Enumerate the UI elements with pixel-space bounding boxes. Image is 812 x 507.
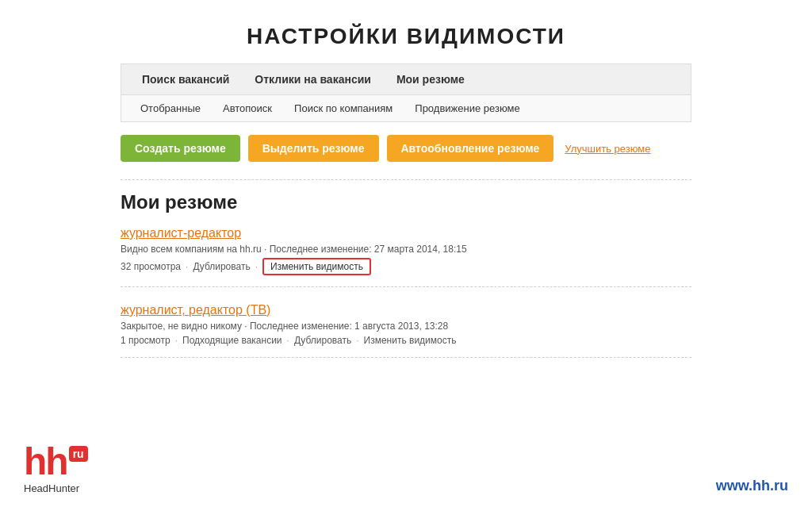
highlight-resume-button[interactable]: Выделить резюме xyxy=(248,135,379,162)
autoupdate-resume-button[interactable]: Автообновление резюме xyxy=(387,135,554,162)
dot-sep-2: · xyxy=(255,261,258,272)
dot-sep-4: · xyxy=(287,335,289,346)
subnav-company-search[interactable]: Поиск по компаниям xyxy=(283,95,404,121)
logo-hh-text: hh xyxy=(24,443,67,481)
site-url: www.hh.ru xyxy=(716,478,788,494)
resume-duplicate-1[interactable]: Дублировать xyxy=(193,261,250,272)
change-visibility-button-1[interactable]: Изменить видимость xyxy=(262,258,371,275)
subnav-autosearch[interactable]: Автопоиск xyxy=(212,95,283,121)
improve-resume-button[interactable]: Улучшить резюме xyxy=(565,143,650,155)
sub-nav: Отобранные Автопоиск Поиск по компаниям … xyxy=(121,95,691,122)
brand-name: HeadHunter xyxy=(24,482,79,494)
dot-sep-3: · xyxy=(175,335,178,346)
logo-area: hh ru HeadHunter xyxy=(24,443,88,494)
resume-title-2[interactable]: журналист, редактор (ТВ) xyxy=(121,303,691,317)
resume-views-2: 1 просмотр xyxy=(121,335,170,346)
page-title: НАСТРОЙКИ ВИДИМОСТИ xyxy=(0,0,812,63)
main-container: Поиск вакансий Отклики на вакансии Мои р… xyxy=(121,63,691,358)
divider-1 xyxy=(121,179,691,180)
subnav-promote[interactable]: Продвижение резюме xyxy=(404,95,530,121)
nav-item-search-jobs[interactable]: Поиск вакансий xyxy=(129,64,242,94)
top-nav: Поиск вакансий Отклики на вакансии Мои р… xyxy=(121,63,691,95)
logo-hh: hh ru xyxy=(24,443,88,481)
create-resume-button[interactable]: Создать резюме xyxy=(121,135,240,162)
resume-actions-1: 32 просмотра · Дублировать · Изменить ви… xyxy=(121,258,691,275)
resume-views-1: 32 просмотра xyxy=(121,261,181,272)
resume-meta-2: Закрытое, не видно никому · Последнее из… xyxy=(121,321,691,332)
resume-item-2: журналист, редактор (ТВ) Закрытое, не ви… xyxy=(121,303,691,358)
resume-actions-2: 1 просмотр · Подходящие вакансии · Дубли… xyxy=(121,335,691,346)
logo-ru-badge: ru xyxy=(69,446,88,462)
dot-sep-5: · xyxy=(356,335,358,346)
resume-change-visibility-2[interactable]: Изменить видимость xyxy=(364,335,457,346)
nav-item-my-resumes[interactable]: Мои резюме xyxy=(384,64,477,94)
action-buttons: Создать резюме Выделить резюме Автообнов… xyxy=(121,122,691,176)
section-title: Мои резюме xyxy=(121,191,691,213)
nav-item-responses[interactable]: Отклики на вакансии xyxy=(242,64,384,94)
footer: hh ru HeadHunter www.hh.ru xyxy=(0,443,812,494)
dot-sep-1: · xyxy=(186,261,188,272)
resume-title-1[interactable]: журналист-редактор xyxy=(121,226,691,240)
subnav-selected[interactable]: Отобранные xyxy=(129,95,212,121)
resume-duplicate-2[interactable]: Дублировать xyxy=(294,335,351,346)
resume-item-1: журналист-редактор Видно всем компаниям … xyxy=(121,226,691,287)
resume-suitable-2[interactable]: Подходящие вакансии xyxy=(182,335,282,346)
resume-meta-1: Видно всем компаниям на hh.ru · Последне… xyxy=(121,244,691,255)
